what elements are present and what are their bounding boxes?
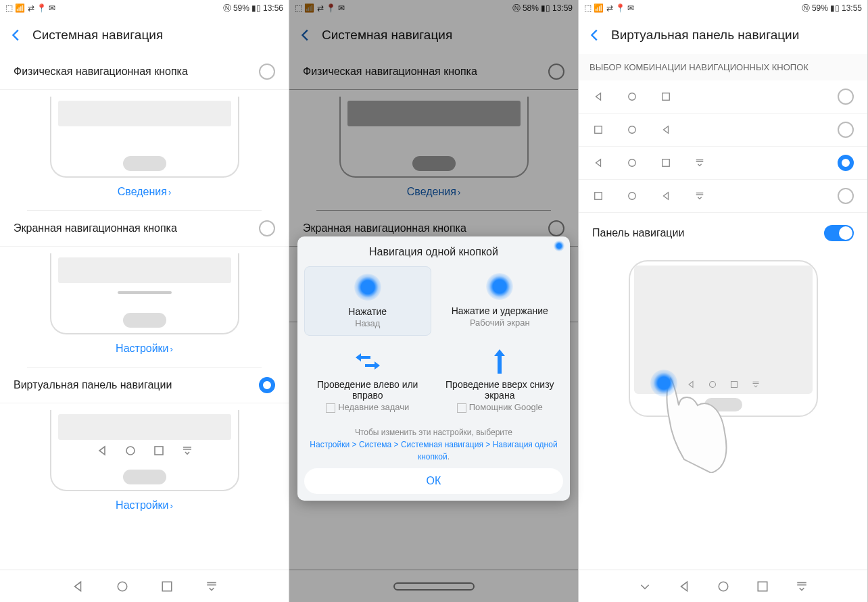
indicator-dot <box>554 241 564 251</box>
one-button-nav-dialog: Навигация одной кнопкой Нажатие Назад На… <box>297 236 570 501</box>
svg-point-14 <box>719 582 728 591</box>
content: Панель навигации <box>579 80 867 570</box>
home-nav-icon <box>125 445 136 456</box>
radio-unselected[interactable] <box>259 220 275 236</box>
gesture-swipe-up: Проведение вверх снизу экрана Помощник G… <box>437 341 564 420</box>
status-left: ⬚ 📶 ⇄ 📍 ✉ <box>5 3 55 13</box>
option-label: Физическая навигационная кнопка <box>14 66 188 78</box>
dropdown-nav-icon[interactable] <box>796 580 808 593</box>
page-title: Виртуальная панель навигации <box>611 28 799 43</box>
option-onscreen-nav[interactable]: Экранная навигационная кнопка <box>0 211 289 247</box>
radio-unselected[interactable] <box>259 64 275 80</box>
pulse-icon <box>486 273 513 300</box>
time: 13:56 <box>263 3 283 13</box>
svg-rect-15 <box>758 582 767 591</box>
nav-panel-toggle-row: Панель навигации <box>579 213 867 253</box>
back-nav-icon[interactable] <box>678 580 690 593</box>
system-nav-bar <box>0 570 289 602</box>
svg-rect-10 <box>595 193 602 200</box>
time: 13:55 <box>842 3 862 13</box>
home-nav-icon[interactable] <box>116 580 128 593</box>
dropdown-nav-icon <box>182 445 193 456</box>
svg-rect-6 <box>595 126 602 134</box>
option-physical-nav[interactable]: Физическая навигационная кнопка <box>0 54 289 90</box>
swap-horizontal-icon <box>354 348 381 375</box>
nav-panel-toggle[interactable] <box>824 225 854 241</box>
system-nav-bar <box>579 570 867 602</box>
finger-preview <box>579 253 867 424</box>
radio-selected[interactable] <box>259 377 275 393</box>
gesture-hold: Нажатие и удержание Рабочий экран <box>437 266 564 336</box>
option-label: Экранная навигационная кнопка <box>14 222 177 234</box>
dialog-note: Чтобы изменить эти настройки, выберите Н… <box>308 426 559 463</box>
details-link[interactable]: Сведения› <box>27 178 262 211</box>
radio-unselected[interactable] <box>838 122 854 138</box>
status-bar: ⬚ 📶 ⇄ 📍 ✉ Ⓝ 59% ▮▯ 13:55 <box>579 0 867 16</box>
back-nav-icon <box>97 445 107 456</box>
radio-unselected[interactable] <box>838 188 854 204</box>
recent-nav-icon <box>153 445 164 456</box>
radio-selected[interactable] <box>838 155 854 171</box>
ok-button[interactable]: ОК <box>304 468 563 494</box>
arrow-up-icon <box>486 348 513 375</box>
combo-row-4[interactable] <box>579 180 867 213</box>
touch-indicator <box>650 370 677 397</box>
section-header: ВЫБОР КОМБИНАЦИИ НАВИГАЦИОННЫХ КНОПОК <box>579 54 867 80</box>
svg-point-7 <box>629 126 636 134</box>
nfc-icon: Ⓝ <box>802 3 810 14</box>
dropdown-nav-icon[interactable] <box>206 580 218 593</box>
status-right: Ⓝ 59% ▮▯ 13:56 <box>223 3 283 14</box>
preview-virtual: Настройки› <box>0 403 289 524</box>
status-bar: ⬚ 📶 ⇄ 📍 ✉ Ⓝ 59% ▮▯ 13:56 <box>0 0 289 16</box>
pulse-icon <box>354 274 381 301</box>
screen-1: ⬚ 📶 ⇄ 📍 ✉ Ⓝ 59% ▮▯ 13:56 Системная навиг… <box>0 0 289 602</box>
battery-icon: ▮▯ <box>830 3 840 13</box>
combo-row-1[interactable] <box>579 80 867 114</box>
combo-row-2[interactable] <box>579 114 867 147</box>
svg-point-4 <box>629 93 636 101</box>
option-virtual-nav[interactable]: Виртуальная панель навигации <box>0 368 289 403</box>
combo-row-3[interactable] <box>579 147 867 180</box>
battery-pct: 59% <box>233 3 249 13</box>
nfc-icon: Ⓝ <box>223 3 231 14</box>
battery-pct: 59% <box>812 3 828 13</box>
screen-2: ⬚ 📶 ⇄ 📍 ✉ Ⓝ 58% ▮▯ 13:59 Системная навиг… <box>289 0 579 602</box>
chevron-down-icon[interactable] <box>639 580 651 593</box>
svg-rect-5 <box>662 93 670 101</box>
recent-nav-icon[interactable] <box>756 580 769 593</box>
settings-link[interactable]: Настройки› <box>27 491 262 524</box>
battery-icon: ▮▯ <box>251 3 261 13</box>
screen-3: ⬚ 📶 ⇄ 📍 ✉ Ⓝ 59% ▮▯ 13:55 Виртуальная пан… <box>579 0 868 602</box>
gesture-tap: Нажатие Назад <box>304 266 431 336</box>
radio-unselected[interactable] <box>838 89 854 105</box>
dialog-title: Навигация одной кнопкой <box>304 246 563 258</box>
preview-physical: Сведения› <box>0 90 289 211</box>
toggle-label: Панель навигации <box>592 227 684 239</box>
back-button[interactable] <box>8 27 24 43</box>
home-nav-icon[interactable] <box>717 580 729 593</box>
header: Системная навигация <box>0 16 289 54</box>
header: Виртуальная панель навигации <box>579 16 867 54</box>
svg-rect-3 <box>162 582 172 591</box>
svg-point-8 <box>629 159 636 167</box>
svg-point-2 <box>118 582 127 591</box>
back-button[interactable] <box>587 27 603 43</box>
svg-rect-9 <box>662 159 670 167</box>
svg-point-0 <box>126 447 135 455</box>
back-nav-icon[interactable] <box>72 580 84 593</box>
gesture-swipe-lr: Проведение влево или вправо Недавние зад… <box>304 341 431 420</box>
option-label: Виртуальная панель навигации <box>14 379 172 391</box>
content: Физическая навигационная кнопка Сведения… <box>0 54 289 570</box>
page-title: Системная навигация <box>32 28 163 43</box>
svg-point-11 <box>629 193 636 200</box>
recent-nav-icon[interactable] <box>161 580 173 593</box>
settings-link[interactable]: Настройки› <box>27 334 262 368</box>
preview-onscreen: Настройки› <box>0 247 289 368</box>
svg-rect-1 <box>155 447 163 455</box>
